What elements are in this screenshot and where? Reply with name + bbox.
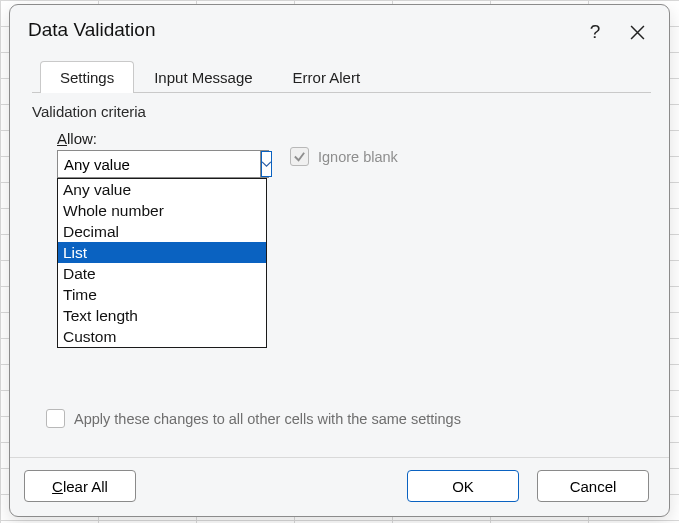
close-button[interactable] bbox=[623, 18, 651, 46]
ignore-blank-row: Ignore blank bbox=[290, 147, 398, 166]
allow-option-text-length[interactable]: Text length bbox=[58, 305, 266, 326]
apply-others-checkbox bbox=[46, 409, 65, 428]
tab-panel-settings: Validation criteria Allow: Any valueWhol… bbox=[32, 92, 651, 178]
dialog-title: Data Validation bbox=[28, 19, 155, 41]
allow-combo-input[interactable] bbox=[58, 156, 260, 173]
allow-label: Allow: bbox=[57, 130, 651, 147]
dialog-body: Settings Input Message Error Alert Valid… bbox=[10, 55, 669, 516]
validation-criteria-label: Validation criteria bbox=[32, 103, 651, 120]
allow-combo-button[interactable] bbox=[260, 151, 272, 177]
ok-button[interactable]: OK bbox=[407, 470, 519, 502]
data-validation-dialog: Data Validation ? Settings Input Message… bbox=[9, 4, 670, 517]
allow-combo[interactable] bbox=[57, 150, 269, 178]
apply-others-label: Apply these changes to all other cells w… bbox=[74, 411, 461, 427]
tab-input-message[interactable]: Input Message bbox=[134, 61, 272, 93]
ignore-blank-checkbox bbox=[290, 147, 309, 166]
allow-option-date[interactable]: Date bbox=[58, 263, 266, 284]
allow-dropdown-list[interactable]: Any valueWhole numberDecimalListDateTime… bbox=[57, 178, 267, 348]
dialog-footer: Clear All OK Cancel bbox=[10, 457, 669, 502]
allow-option-any-value[interactable]: Any value bbox=[58, 179, 266, 200]
tab-settings[interactable]: Settings bbox=[40, 61, 134, 93]
cancel-button[interactable]: Cancel bbox=[537, 470, 649, 502]
tab-strip: Settings Input Message Error Alert bbox=[40, 61, 651, 93]
tab-error-alert[interactable]: Error Alert bbox=[273, 61, 381, 93]
clear-all-button[interactable]: Clear All bbox=[24, 470, 136, 502]
check-icon bbox=[293, 150, 306, 163]
allow-option-custom[interactable]: Custom bbox=[58, 326, 266, 347]
apply-others-row: Apply these changes to all other cells w… bbox=[46, 409, 461, 428]
allow-option-list[interactable]: List bbox=[58, 242, 266, 263]
ignore-blank-label: Ignore blank bbox=[318, 149, 398, 165]
help-icon: ? bbox=[590, 21, 601, 43]
close-icon bbox=[630, 25, 645, 40]
allow-combo-wrap: Any valueWhole numberDecimalListDateTime… bbox=[57, 150, 269, 178]
chevron-down-icon bbox=[261, 161, 272, 168]
titlebar: Data Validation ? bbox=[10, 5, 669, 55]
allow-option-decimal[interactable]: Decimal bbox=[58, 221, 266, 242]
allow-option-whole-number[interactable]: Whole number bbox=[58, 200, 266, 221]
allow-option-time[interactable]: Time bbox=[58, 284, 266, 305]
help-button[interactable]: ? bbox=[581, 18, 609, 46]
